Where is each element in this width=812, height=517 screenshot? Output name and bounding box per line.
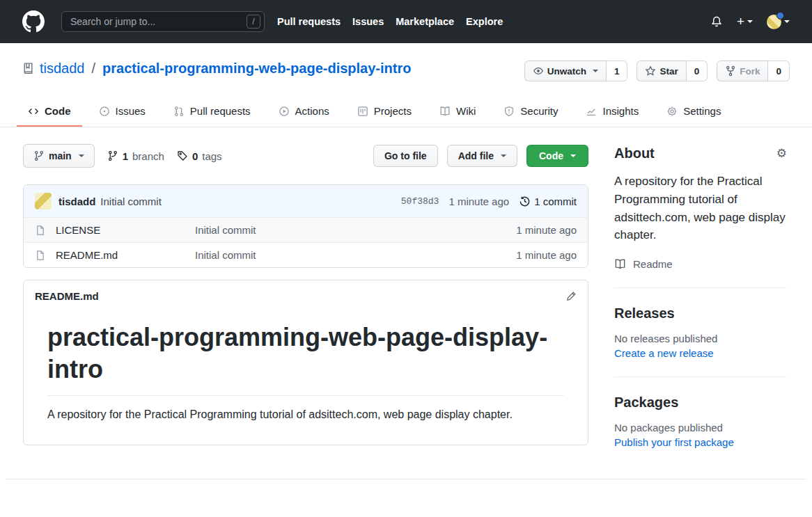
file-toolbar: main 1 branch 0 tags <box>23 144 588 168</box>
file-row[interactable]: README.md Initial commit 1 minute ago <box>24 242 588 267</box>
tab-insights[interactable]: Insights <box>575 97 650 127</box>
edit-pencil-icon[interactable] <box>565 291 577 302</box>
book-icon <box>439 106 451 117</box>
about-section-head: About ⚙ <box>614 145 787 161</box>
repo-forked-icon <box>725 65 736 77</box>
file-icon <box>35 225 46 236</box>
gear-icon <box>666 106 678 117</box>
commit-author-link[interactable]: tisdadd <box>58 196 95 207</box>
commit-timestamp: 1 minute ago <box>448 196 509 207</box>
project-icon <box>357 106 368 117</box>
watchers-count[interactable]: 1 <box>607 61 628 81</box>
user-menu-button[interactable] <box>767 15 790 29</box>
about-gear-icon[interactable]: ⚙ <box>776 146 787 161</box>
watch-group: Unwatch 1 <box>524 61 628 81</box>
page-footer-divider <box>6 479 806 484</box>
nav-pull-requests[interactable]: Pull requests <box>277 16 341 27</box>
caret-down-icon <box>747 20 753 23</box>
file-commit-message[interactable]: Initial commit <box>195 224 256 236</box>
tab-security[interactable]: Security <box>492 97 569 127</box>
git-branch-icon <box>33 150 45 161</box>
fork-button[interactable]: Fork <box>717 61 768 81</box>
file-row[interactable]: LICENSE Initial commit 1 minute ago <box>24 217 588 242</box>
caret-down-icon <box>593 70 598 72</box>
star-group: Star 0 <box>637 61 708 81</box>
star-icon <box>645 65 656 77</box>
branches-link[interactable]: 1 branch <box>107 150 164 162</box>
file-list-box: tisdadd Initial commit 50f38d3 1 minute … <box>23 184 588 268</box>
graph-icon <box>586 106 597 117</box>
file-name-link[interactable]: README.md <box>56 249 195 261</box>
sidebar-divider <box>614 287 787 288</box>
publish-package-link[interactable]: Publish your first package <box>614 436 787 448</box>
code-download-button[interactable]: Code <box>526 145 588 167</box>
repo-owner-link[interactable]: tisdadd <box>40 61 85 77</box>
branch-tag-counts: 1 branch 0 tags <box>107 150 222 162</box>
repo-tabs: Code Issues Pull requests Actions Projec… <box>0 97 812 127</box>
top-header: / Pull requests Issues Marketplace Explo… <box>0 0 812 43</box>
latest-commit-bar: tisdadd Initial commit 50f38d3 1 minute … <box>24 185 588 217</box>
file-name-link[interactable]: LICENSE <box>56 224 195 236</box>
git-pull-request-icon <box>173 106 185 117</box>
tags-link[interactable]: 0 tags <box>177 150 222 162</box>
nav-explore[interactable]: Explore <box>466 16 503 27</box>
fork-group: Fork 0 <box>717 61 790 81</box>
tab-pull-requests[interactable]: Pull requests <box>162 97 262 127</box>
commit-history-link[interactable]: 1 commit <box>519 196 577 207</box>
readme-header: README.md <box>24 280 588 306</box>
user-avatar <box>767 15 781 29</box>
tag-icon <box>177 150 188 161</box>
breadcrumb-separator: / <box>92 61 96 77</box>
commit-sha-link[interactable]: 50f38d3 <box>401 196 439 207</box>
notifications-bell-icon[interactable] <box>710 15 723 28</box>
add-file-button[interactable]: Add file <box>447 145 517 167</box>
unwatch-button[interactable]: Unwatch <box>524 61 607 81</box>
commit-meta: 50f38d3 1 minute ago 1 commit <box>401 196 577 207</box>
file-commit-message[interactable]: Initial commit <box>195 249 256 261</box>
forks-count[interactable]: 0 <box>768 61 790 81</box>
sidebar: About ⚙ A repository for the Practical P… <box>614 144 787 448</box>
eye-icon <box>533 65 544 77</box>
play-icon <box>279 106 290 117</box>
commit-author-avatar[interactable] <box>35 193 52 209</box>
star-button[interactable]: Star <box>637 61 686 81</box>
tab-code[interactable]: Code <box>17 97 82 127</box>
readme-anchor-link[interactable]: Readme <box>614 258 787 270</box>
git-branch-icon <box>107 150 118 161</box>
repo-breadcrumb: tisdadd / practical-programming-web-page… <box>22 61 411 77</box>
stars-count[interactable]: 0 <box>687 61 708 81</box>
status-dot <box>776 12 784 19</box>
main-column: main 1 branch 0 tags <box>23 144 588 448</box>
tab-settings[interactable]: Settings <box>655 97 732 127</box>
about-description: A repository for the Practical Programmi… <box>614 173 787 244</box>
header-right: + <box>710 14 790 29</box>
create-new-button[interactable]: + <box>737 14 753 29</box>
toolbar-right: Go to file Add file Code <box>373 145 588 167</box>
commit-message-link[interactable]: Initial commit <box>100 196 162 207</box>
tab-wiki[interactable]: Wiki <box>428 97 487 127</box>
history-clock-icon <box>519 196 531 207</box>
create-release-link[interactable]: Create a new release <box>614 347 787 359</box>
tab-projects[interactable]: Projects <box>346 97 423 127</box>
caret-down-icon <box>784 20 790 23</box>
repo-social-actions: Unwatch 1 Star 0 Fork 0 <box>524 61 790 81</box>
readme-title: practical-programming-web-page-display-i… <box>47 321 564 396</box>
tab-issues[interactable]: Issues <box>88 97 157 127</box>
slash-key-hint: / <box>247 15 260 29</box>
main-layout: main 1 branch 0 tags <box>0 127 812 448</box>
go-to-file-button[interactable]: Go to file <box>373 145 438 167</box>
caret-down-icon <box>79 154 84 157</box>
issue-opened-icon <box>99 106 110 117</box>
readme-file-label: README.md <box>35 290 99 302</box>
github-logo-icon[interactable] <box>22 10 45 33</box>
readme-box: README.md practical-programming-web-page… <box>23 280 588 445</box>
search-input[interactable] <box>61 11 265 32</box>
sidebar-divider <box>614 376 787 377</box>
branch-selector-button[interactable]: main <box>23 144 95 168</box>
repo-name-link[interactable]: practical-programming-web-page-display-i… <box>102 61 411 77</box>
tab-actions[interactable]: Actions <box>267 97 341 127</box>
nav-marketplace[interactable]: Marketplace <box>396 16 454 27</box>
file-commit-time: 1 minute ago <box>516 249 577 261</box>
nav-issues[interactable]: Issues <box>352 16 384 27</box>
repo-header: tisdadd / practical-programming-web-page… <box>0 43 812 81</box>
